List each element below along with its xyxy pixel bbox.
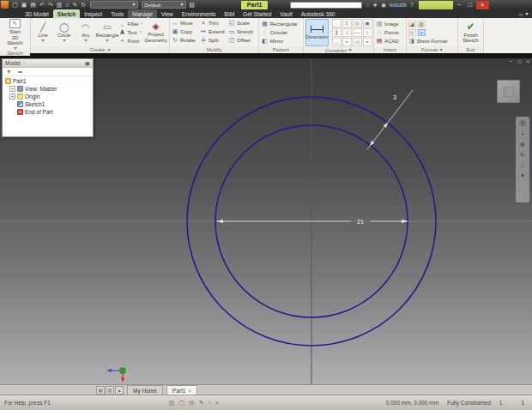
new-tab-icon[interactable]: ▥ [106,386,114,395]
material-dropdown[interactable] [90,1,138,9]
print-icon[interactable]: ▥ [57,1,63,9]
save-icon[interactable]: ▣ [21,1,27,9]
tab-part1[interactable]: Part1 × [166,385,197,395]
doc-close-button[interactable]: × [526,58,529,64]
tree-item-view-master[interactable]: + ◫ View: Master [3,85,93,93]
ribbon-appearance-icon[interactable]: ▭ [518,9,529,18]
group-label-format[interactable]: Format [407,46,457,53]
vertical-constraint-icon[interactable]: | [363,28,372,37]
acad-button[interactable]: ▤ACAD [376,37,404,45]
browser-header[interactable]: Model ▣ [3,59,93,68]
appearance-dropdown[interactable]: Default [142,1,186,9]
construction-icon[interactable]: ⊙ [408,29,416,36]
favorites-icon[interactable]: ★ [372,2,378,9]
maximize-button[interactable]: □ [465,1,475,9]
annotate-icon[interactable]: ✎ [199,399,204,407]
update-icon[interactable]: ↻ [81,1,86,9]
group-label-create[interactable]: Create [31,46,169,53]
tree-item-sketch1[interactable]: ◪ Sketch1 [3,100,93,108]
expand-tabs-icon[interactable]: ▴ [115,386,124,395]
centerline-icon[interactable]: + [418,29,426,36]
tab-autodesk-360[interactable]: Autodesk 360 [297,9,340,18]
horizontal-constraint-icon[interactable]: — [353,28,362,37]
grid-display-icon[interactable]: ▧ [169,399,175,407]
equal-constraint-icon[interactable]: = [363,38,372,46]
split-button[interactable]: ╪Split [200,37,228,45]
copy-button[interactable]: ▣Copy [172,28,200,36]
dismiss-icon[interactable]: × [215,399,219,407]
account-name[interactable]: wasatk [390,2,407,8]
sketch-tool-icon[interactable]: ✎ [72,1,77,9]
doc-restore-button[interactable]: □ [517,58,521,64]
search-icon[interactable]: ○ [366,2,369,8]
mirror-button[interactable]: ◧Mirror [262,37,301,45]
upload-icon[interactable]: ↑ [209,399,212,407]
minimize-button[interactable]: − [454,1,464,9]
start-2d-sketch-button[interactable]: ✎ Start 2D Sketch [4,19,26,50]
move-button[interactable]: ↔Move [172,20,200,27]
tab-my-home[interactable]: My Home [127,385,163,395]
finish-sketch-button[interactable]: ✔ Finish Sketch [460,21,481,44]
orbit-icon[interactable]: ↻ [520,152,525,159]
snap-icon[interactable]: ▢ [178,399,184,407]
rectangular-pattern-button[interactable]: ▦Rectangular [262,20,301,27]
navbar-more-icon[interactable]: ▾ [521,172,524,179]
stretch-button[interactable]: ▭Stretch [228,28,257,36]
user-icon[interactable]: ◉ [381,2,386,9]
rectangle-button[interactable]: ▭ Rectangle [97,22,118,42]
home-icon[interactable]: ⌂ [65,1,69,9]
open-icon[interactable]: ▤ [30,1,36,9]
show-format-button[interactable]: ◨ Show Format [408,37,456,45]
gap-dimension-value[interactable]: 3 [393,94,396,100]
undo-icon[interactable]: ↶ [39,1,45,9]
concentric-constraint-icon[interactable]: ◎ [353,19,362,27]
tab-environments[interactable]: Environments [178,9,221,18]
diameter-dimension-value[interactable]: 21 [357,219,364,225]
symmetric-constraint-icon[interactable]: ◁ [353,38,362,46]
point-button[interactable]: +Point [119,37,144,45]
driven-dimension-icon[interactable]: ▥ [418,21,426,27]
smooth-constraint-icon[interactable]: ≈ [342,38,352,46]
tab-sketch[interactable]: Sketch [53,9,80,18]
scale-button[interactable]: ◱Scale [228,20,257,27]
circular-pattern-button[interactable]: ◌Circular [262,28,301,36]
line-button[interactable]: ╱ Line [33,22,53,42]
image-button[interactable]: ▨Image [376,20,404,27]
offset-button[interactable]: ◫Offset [228,37,257,45]
dimension-button[interactable]: Dimension [305,19,329,46]
group-label-constrain[interactable]: Constrain [304,47,373,53]
text-button[interactable]: AText [119,28,144,36]
tab-view[interactable]: View [157,9,178,18]
appearance-adjust-icon[interactable]: ▧ [189,2,195,9]
view-cube[interactable] [497,80,520,103]
doc-minimize-button[interactable]: − [509,58,512,64]
pan-icon[interactable]: + [521,131,524,138]
tangent-constraint-icon[interactable]: ◡ [332,38,342,46]
circle-button[interactable]: ◯ Circle [54,22,75,42]
new-file-icon[interactable]: ▢ [12,1,18,9]
redo-icon[interactable]: ↷ [48,1,53,9]
parallel-constraint-icon[interactable]: ∥ [332,28,342,37]
inventor-logo-icon[interactable] [1,1,9,9]
filter-icon[interactable]: ▼ [6,68,12,75]
tab-vault[interactable]: Vault [275,9,296,18]
fix-constraint-icon[interactable]: ▣ [363,19,372,27]
expander-icon[interactable]: + [9,93,15,99]
expander-icon[interactable]: + [9,86,15,92]
rotate-button[interactable]: ↻Rotate [172,37,200,45]
tab-bim[interactable]: BIM [221,9,239,18]
look-at-icon[interactable]: □ [521,162,524,169]
coincident-constraint-icon[interactable]: ∙ [332,19,342,27]
view-cube-face[interactable] [504,87,514,97]
trim-button[interactable]: ×Trim [200,20,228,27]
tree-item-end-of-part[interactable]: ⊘ End of Part [3,108,93,116]
search-input[interactable] [290,2,362,9]
collinear-constraint-icon[interactable]: ≡ [342,19,352,27]
project-geometry-button[interactable]: ◈ Project Geometry [144,21,167,43]
browser-pane-icon[interactable]: ▣ [85,60,90,67]
return-icon[interactable]: ▤ [96,386,105,395]
close-button[interactable]: × [476,1,489,9]
tab-tools[interactable]: Tools [106,9,128,18]
sketch-only-icon[interactable]: ◪ [408,21,416,27]
fillet-button[interactable]: ◟Fillet [119,20,144,27]
